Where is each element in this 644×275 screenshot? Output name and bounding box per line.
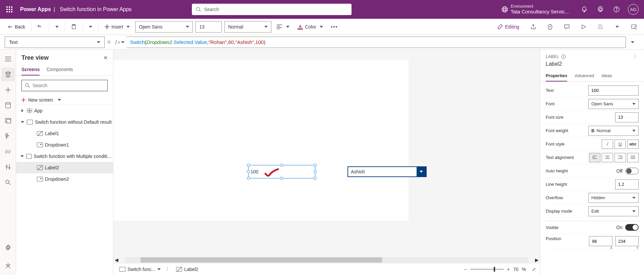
fx-button[interactable]: fx — [113, 40, 126, 45]
resize-handle[interactable] — [280, 177, 283, 180]
tree-item-dropdown1[interactable]: Dropdown1 — [16, 139, 113, 151]
font-family-select[interactable]: Open Sans — [135, 21, 193, 33]
editing-mode-button[interactable]: Editing — [495, 21, 522, 33]
visible-toggle[interactable] — [625, 224, 639, 231]
file-name[interactable]: Switch function in Power Apps — [60, 6, 131, 12]
zoom-in-button[interactable]: + — [507, 267, 510, 272]
rail-search[interactable] — [1, 176, 15, 189]
rail-data[interactable] — [1, 99, 15, 112]
property-selector[interactable]: Text — [5, 37, 105, 48]
prop-overflow-select[interactable]: Hidden — [588, 193, 639, 203]
rail-power-automate[interactable] — [1, 129, 15, 143]
tab-advanced[interactable]: Advanced — [575, 70, 594, 81]
share-icon[interactable] — [528, 21, 539, 32]
resize-handle[interactable] — [314, 170, 317, 173]
rail-settings[interactable] — [1, 241, 15, 254]
rail-variables[interactable]: (x) — [1, 145, 15, 158]
help-icon[interactable] — [609, 2, 624, 17]
tree-item-screen1[interactable]: Switch function without Default result — [16, 116, 113, 128]
resize-handle[interactable] — [314, 164, 317, 167]
rail-virtual-agent[interactable] — [1, 259, 15, 272]
app-name[interactable]: Power Apps — [20, 6, 51, 12]
user-avatar[interactable]: AG — [628, 4, 639, 15]
tree-item-app[interactable]: App — [16, 105, 113, 116]
font-size-input[interactable]: 13 — [196, 21, 222, 33]
app-canvas[interactable] — [113, 60, 409, 221]
back-button[interactable]: Back — [5, 21, 28, 33]
tab-components[interactable]: Components — [46, 64, 73, 75]
align-justify-button[interactable] — [627, 153, 639, 162]
info-icon[interactable] — [561, 54, 566, 59]
tree-item-screen2[interactable]: Switch function with Multiple conditions… — [16, 151, 113, 162]
tree-item-dropdown2[interactable]: Dropdown2 — [16, 173, 113, 185]
paste-button[interactable] — [68, 21, 79, 33]
prop-text-input[interactable] — [588, 86, 639, 96]
comments-icon[interactable] — [561, 21, 572, 32]
underline-button[interactable]: U — [614, 140, 626, 149]
new-screen-button[interactable]: New screen — [16, 95, 113, 105]
save-chevron[interactable] — [612, 21, 623, 32]
more-button[interactable]: ••• — [328, 21, 341, 33]
tab-screens[interactable]: Screens — [21, 64, 40, 75]
prop-fontsize-input[interactable] — [615, 112, 639, 122]
tree-item-label1[interactable]: Label1 — [16, 128, 113, 139]
align-left-button[interactable] — [589, 153, 600, 162]
undo-button[interactable] — [35, 21, 46, 33]
resize-handle[interactable] — [280, 164, 283, 167]
align-button[interactable] — [274, 21, 292, 33]
resize-handle[interactable] — [247, 170, 250, 173]
prop-fontweight-select[interactable]: BNormal — [588, 126, 639, 136]
scroll-thumb[interactable] — [141, 257, 382, 263]
resize-handle[interactable] — [247, 177, 250, 180]
tree-search-input[interactable] — [33, 83, 104, 88]
font-weight-select[interactable]: Normal — [224, 21, 271, 33]
breadcrumb-control[interactable]: Label2 — [174, 265, 200, 273]
canvas-hscroll[interactable]: ◀ ▶ — [113, 257, 540, 263]
canvas-viewport[interactable]: 100 Ashish — [113, 50, 540, 257]
paste-chevron[interactable] — [86, 21, 95, 33]
panel-expand-icon[interactable]: 〉 — [634, 54, 639, 60]
selected-label-control[interactable]: 100 — [248, 165, 315, 178]
canvas-dropdown-control[interactable]: Ashish — [347, 166, 427, 177]
rail-media[interactable] — [1, 114, 15, 127]
prop-x-input[interactable] — [589, 236, 612, 246]
rail-insert[interactable] — [1, 83, 15, 97]
scroll-track[interactable] — [125, 257, 528, 263]
breadcrumb-screen[interactable]: Switch func... — [117, 265, 163, 273]
zoom-out-button[interactable]: − — [464, 267, 467, 272]
tree-item-label2[interactable]: Label2 — [16, 162, 113, 173]
fit-to-screen-button[interactable]: ⤢ — [532, 267, 536, 272]
undo-chevron[interactable] — [53, 21, 61, 33]
resize-handle[interactable] — [314, 177, 317, 180]
scroll-right-arrow[interactable]: ▶ — [534, 257, 540, 263]
scroll-left-arrow[interactable]: ◀ — [113, 257, 120, 263]
preview-icon[interactable] — [578, 21, 589, 32]
prop-y-input[interactable] — [615, 236, 639, 246]
prop-font-select[interactable]: Open Sans — [588, 99, 639, 109]
autoheight-toggle[interactable] — [625, 168, 639, 174]
global-search[interactable]: Search — [192, 4, 352, 15]
notifications-icon[interactable] — [577, 2, 592, 17]
zoom-slider[interactable] — [470, 269, 504, 270]
resize-handle[interactable] — [247, 164, 250, 167]
align-center-button[interactable] — [602, 153, 613, 162]
save-icon[interactable] — [595, 21, 606, 32]
italic-button[interactable]: / — [602, 140, 613, 149]
publish-icon[interactable] — [629, 21, 639, 32]
prop-display-select[interactable]: Edit — [588, 206, 639, 216]
dropdown-chevron-button[interactable] — [417, 167, 426, 176]
expand-formula-button[interactable] — [626, 41, 639, 43]
rail-tree-view[interactable] — [1, 68, 15, 81]
insert-button[interactable]: Insert — [102, 21, 132, 33]
tree-search[interactable] — [21, 80, 108, 91]
formula-input[interactable]: Switch(Dropdown2.Selected.Value,"Rohan",… — [126, 37, 626, 48]
control-name[interactable]: Label2 — [540, 61, 644, 70]
settings-icon[interactable] — [593, 2, 608, 17]
waffle-menu[interactable] — [3, 3, 16, 16]
color-button[interactable]: Color — [295, 21, 325, 33]
tab-ideas[interactable]: Ideas — [601, 70, 612, 81]
close-tree-button[interactable]: ✕ — [103, 55, 108, 61]
rail-advanced-tools[interactable] — [1, 160, 15, 174]
align-right-button[interactable] — [614, 153, 626, 162]
tab-properties[interactable]: Properties — [546, 70, 567, 81]
